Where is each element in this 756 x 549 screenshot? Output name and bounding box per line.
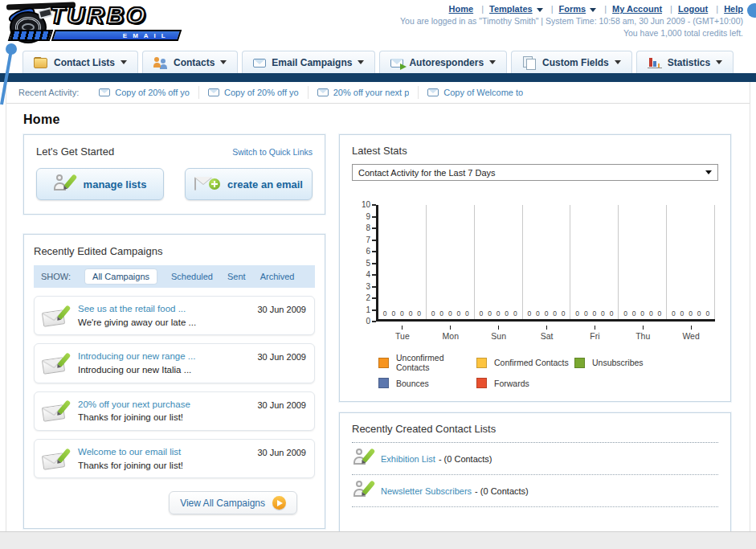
campaign-list-item[interactable]: Welcome to our email list Thanks for joi… bbox=[34, 439, 315, 478]
edit-email-icon bbox=[43, 449, 70, 469]
y-tick: 4 bbox=[366, 271, 376, 279]
nav-tab-email-campaigns[interactable]: Email Campaigns bbox=[242, 51, 375, 73]
plus-icon bbox=[209, 178, 220, 190]
recent-activity-item[interactable]: 20% off your next p bbox=[308, 86, 419, 99]
contact-lists-title: Recently Created Contact Lists bbox=[352, 423, 496, 435]
legend-item: Bounces bbox=[378, 378, 476, 388]
y-tick: 7 bbox=[366, 236, 376, 244]
y-tick: 6 bbox=[366, 248, 376, 256]
statistics-chart-icon bbox=[648, 56, 662, 68]
campaign-title-link[interactable]: Introducing our new range ... bbox=[78, 350, 249, 363]
create-email-button[interactable]: create an email bbox=[185, 168, 313, 200]
nav-tab-contact-lists[interactable]: Contact Lists bbox=[22, 51, 138, 73]
recent-activity-label: Recent Activity: bbox=[18, 88, 79, 97]
nav-tab-contacts[interactable]: Contacts bbox=[142, 51, 238, 73]
custom-fields-pages-icon bbox=[522, 56, 537, 68]
dropdown-caret-icon bbox=[615, 60, 621, 64]
annotation-dot bbox=[747, 3, 756, 18]
contact-list-item[interactable]: Exhibition List- (0 Contacts) bbox=[352, 443, 718, 475]
header-right: Home Templates Forms My Account Logout H… bbox=[400, 4, 743, 38]
chart-day-column: 00000 bbox=[378, 205, 427, 319]
logo-email-bar: EMAIL bbox=[51, 30, 182, 41]
recent-activity-item[interactable]: Copy of 20% off yo bbox=[198, 86, 308, 99]
campaigns-title: Recently Edited Campaigns bbox=[34, 245, 162, 257]
contact-lists-folder-icon bbox=[34, 56, 48, 68]
x-tick-label: Thu bbox=[619, 326, 667, 341]
edit-email-icon bbox=[43, 353, 70, 374]
campaign-date: 30 Jun 2009 bbox=[257, 305, 306, 314]
recently-created-contact-lists-panel: Recently Created Contact Lists Exhibitio… bbox=[339, 412, 731, 549]
My Account[interactable]: My Account bbox=[599, 4, 662, 14]
campaign-title-link[interactable]: Welcome to our email list bbox=[78, 445, 249, 459]
legend-item: Unconfirmed Contacts bbox=[378, 353, 476, 372]
nav-tab-autoresponders[interactable]: Autoresponders bbox=[379, 51, 507, 73]
campaign-subject: Thanks for joining our list! bbox=[78, 459, 249, 473]
dropdown-caret-icon bbox=[705, 170, 712, 174]
campaign-filter-bar: SHOW: All Campaigns Scheduled Sent Archi… bbox=[34, 265, 315, 288]
Forms[interactable]: Forms bbox=[546, 4, 596, 14]
recent-activity-link[interactable]: Copy of 20% off yo bbox=[115, 88, 190, 97]
chart-x-axis: TueMonSunSatFriThuWed bbox=[378, 326, 715, 341]
arrow-right-icon bbox=[272, 496, 286, 510]
x-tick-label: Fri bbox=[570, 326, 619, 341]
chart-day-column: 00000 bbox=[667, 205, 715, 319]
campaign-title-link[interactable]: 20% off your next purchase bbox=[78, 398, 249, 412]
campaign-date: 30 Jun 2009 bbox=[257, 448, 306, 457]
app-header: TURBO EMAIL Home Templates Forms My Acco… bbox=[0, 0, 756, 50]
latest-stats-title: Latest Stats bbox=[352, 145, 407, 157]
dropdown-caret-icon bbox=[716, 60, 722, 64]
Home[interactable]: Home bbox=[449, 4, 474, 14]
chart-plot: 00000000000000000000000000000000000 bbox=[376, 205, 715, 322]
dropdown-caret-icon bbox=[121, 60, 127, 64]
contact-list-link[interactable]: Newsletter Subscribers bbox=[381, 486, 472, 496]
nav-tab-statistics[interactable]: Statistics bbox=[636, 51, 734, 73]
campaign-date: 30 Jun 2009 bbox=[257, 352, 306, 362]
annotation-pin bbox=[0, 42, 19, 108]
contact-list-link[interactable]: Exhibition List bbox=[381, 454, 435, 464]
chart-day-column: 00000 bbox=[427, 205, 475, 319]
chart-legend: Unconfirmed Contacts Confirmed Contacts … bbox=[378, 353, 715, 388]
Templates[interactable]: Templates bbox=[476, 4, 542, 14]
contact-list-item[interactable]: Newsletter Subscribers- (0 Contacts) bbox=[352, 475, 718, 507]
email-icon bbox=[99, 88, 110, 96]
legend-swatch bbox=[574, 358, 585, 368]
campaign-filter[interactable]: Sent bbox=[227, 272, 246, 281]
page-title: Home bbox=[23, 113, 750, 127]
campaign-subject: Thanks for joining our list! bbox=[78, 411, 249, 424]
y-tick: 5 bbox=[366, 260, 376, 268]
view-all-campaigns-button[interactable]: View All Campaigns bbox=[169, 491, 297, 514]
campaign-list-item[interactable]: Introducing our new range ... Introducin… bbox=[34, 343, 315, 383]
edit-email-icon bbox=[43, 400, 70, 421]
campaign-list-item[interactable]: 20% off your next purchase Thanks for jo… bbox=[34, 391, 315, 431]
recent-activity-bar: Recent Activity: Copy of 20% off yo Copy… bbox=[6, 82, 750, 104]
campaign-filter[interactable]: All Campaigns bbox=[85, 269, 157, 284]
email-campaigns-envelope-icon bbox=[253, 59, 266, 68]
campaign-list-item[interactable]: See us at the retail food ... We're givi… bbox=[34, 296, 315, 335]
recent-activity-item[interactable]: Copy of Welcome to bbox=[418, 86, 532, 99]
recently-edited-campaigns-panel: Recently Edited Campaigns SHOW: All Camp… bbox=[23, 234, 325, 529]
recent-activity-link[interactable]: Copy of Welcome to bbox=[443, 88, 523, 97]
campaign-filter[interactable]: Archived bbox=[260, 272, 295, 281]
campaign-subject: We're giving away our late ... bbox=[78, 316, 249, 330]
campaign-title-link[interactable]: See us at the retail food ... bbox=[78, 302, 249, 316]
edit-email-icon bbox=[43, 305, 70, 326]
recent-activity-item[interactable]: Copy of 20% off yo bbox=[90, 86, 198, 99]
y-tick: 2 bbox=[366, 294, 376, 302]
recent-activity-link[interactable]: Copy of 20% off yo bbox=[224, 88, 299, 97]
contact-count: - (0 Contacts) bbox=[439, 454, 492, 464]
recent-activity-link[interactable]: 20% off your next p bbox=[333, 88, 410, 97]
get-started-title: Let's Get Started bbox=[36, 145, 114, 158]
nav-tab-custom-fields[interactable]: Custom Fields bbox=[511, 51, 632, 73]
navy-divider-bar bbox=[0, 73, 756, 82]
turbo-email-logo[interactable]: TURBO EMAIL bbox=[6, 3, 191, 45]
Logout[interactable]: Logout bbox=[664, 4, 708, 14]
x-tick-label: Tue bbox=[378, 326, 427, 341]
y-tick: 10 bbox=[362, 201, 376, 209]
logo-title: TURBO bbox=[50, 2, 148, 29]
x-tick-label: Sun bbox=[475, 326, 523, 341]
stats-period-dropdown[interactable]: Contact Activity for the Last 7 Days bbox=[352, 164, 718, 181]
Help[interactable]: Help bbox=[710, 4, 743, 14]
switch-quick-links[interactable]: Switch to Quick Links bbox=[232, 147, 313, 157]
campaign-filter[interactable]: Scheduled bbox=[171, 272, 213, 281]
manage-lists-button[interactable]: manage lists bbox=[36, 168, 164, 200]
